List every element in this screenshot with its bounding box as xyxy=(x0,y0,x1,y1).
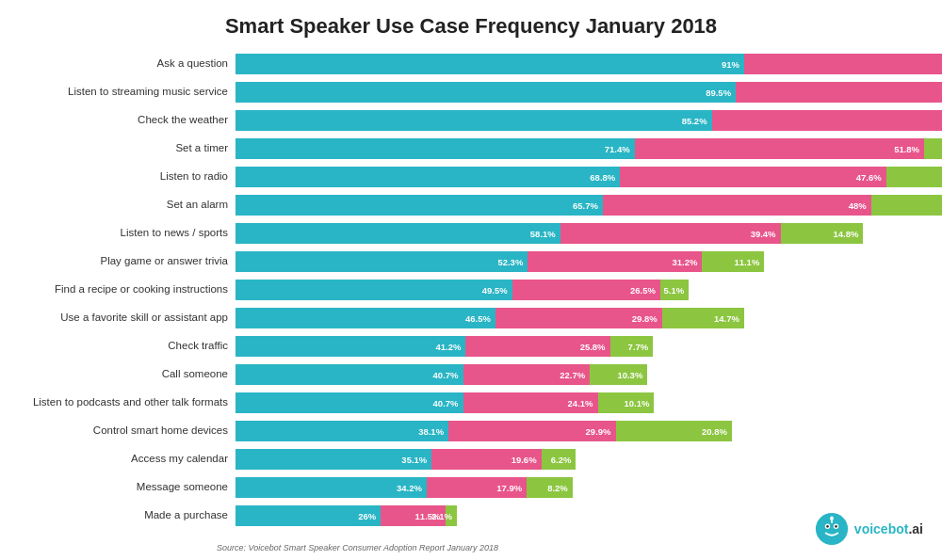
bar-green-10: 7.7% xyxy=(610,336,654,357)
bar-green-14: 6.2% xyxy=(542,449,577,470)
bar-pink-12: 24.1% xyxy=(463,392,598,413)
bar-row-3: 71.4%51.8%24.1% xyxy=(236,138,942,159)
labels-column: Ask a questionListen to streaming music … xyxy=(19,50,236,530)
bar-row-12: 40.7%24.1%10.1% xyxy=(236,392,942,413)
bar-row-13: 38.1%29.9%20.8% xyxy=(236,421,942,441)
chart-title: Smart Speaker Use Case Frequency January… xyxy=(19,14,923,39)
bar-green-label-16: 2.1% xyxy=(430,511,454,521)
bar-cyan-2: 85.2% xyxy=(236,110,712,131)
row-label-8: Find a recipe or cooking instructions xyxy=(19,283,236,296)
bar-green-label-13: 20.8% xyxy=(700,426,729,437)
bar-green-16: 2.1% xyxy=(446,505,457,526)
row-label-9: Use a favorite skill or assistant app xyxy=(19,312,236,325)
bar-green-label-8: 5.1% xyxy=(662,285,687,296)
bar-pink-2: 69.1% xyxy=(712,110,942,131)
bar-row-11: 40.7%22.7%10.3% xyxy=(236,364,942,385)
bar-green-label-11: 10.3% xyxy=(615,370,644,380)
svg-point-4 xyxy=(835,525,837,528)
bar-green-3: 24.1% xyxy=(924,138,942,159)
bar-green-5: 25.3% xyxy=(871,195,942,216)
bar-green-9: 14.7% xyxy=(662,308,744,328)
bar-green-label-6: 14.8% xyxy=(831,229,860,239)
row-label-1: Listen to streaming music service xyxy=(19,86,236,99)
bar-cyan-15: 34.2% xyxy=(236,477,427,498)
bar-cyan-13: 38.1% xyxy=(236,421,448,441)
chart-container: Smart Speaker Use Case Frequency January… xyxy=(0,0,942,560)
bar-pink-3: 51.8% xyxy=(635,138,924,159)
bar-cyan-4: 68.8% xyxy=(236,167,620,187)
bar-cyan-label-7: 52.3% xyxy=(495,257,525,267)
bar-pink-13: 29.9% xyxy=(448,421,615,441)
bar-green-label-7: 11.1% xyxy=(732,257,761,267)
row-label-15: Message someone xyxy=(19,481,236,494)
bar-row-14: 35.1%19.6%6.2% xyxy=(236,449,942,470)
bar-cyan-5: 65.7% xyxy=(236,195,603,216)
bar-pink-label-15: 17.9% xyxy=(495,483,524,493)
bar-cyan-label-12: 40.7% xyxy=(431,398,461,408)
bar-pink-5: 48% xyxy=(603,195,871,216)
bar-pink-9: 29.8% xyxy=(495,308,662,328)
voicebot-icon xyxy=(815,512,849,546)
row-label-14: Access my calendar xyxy=(19,453,236,466)
bar-cyan-3: 71.4% xyxy=(236,138,635,159)
row-label-10: Check traffic xyxy=(19,340,236,353)
bar-pink-14: 19.6% xyxy=(431,449,541,470)
bar-cyan-10: 41.2% xyxy=(236,336,465,357)
bar-cyan-9: 46.5% xyxy=(236,308,495,328)
bar-row-6: 58.1%39.4%14.8% xyxy=(236,223,942,244)
bar-pink-label-9: 29.8% xyxy=(630,313,659,324)
bar-green-11: 10.3% xyxy=(590,364,647,385)
bars-column: 91%72.9%33.3%89.5%76.2%41.9%85.2%69.1%41… xyxy=(236,50,942,530)
bar-row-0: 91%72.9%33.3% xyxy=(236,54,942,74)
bar-pink-6: 39.4% xyxy=(560,223,781,244)
bar-cyan-label-3: 71.4% xyxy=(603,144,632,154)
bar-row-2: 85.2%69.1%41.4% xyxy=(236,110,942,131)
svg-point-3 xyxy=(826,525,829,528)
bar-pink-label-10: 25.8% xyxy=(578,342,608,352)
bar-pink-1: 76.2% xyxy=(736,82,942,103)
bar-pink-8: 26.5% xyxy=(512,280,660,300)
bar-cyan-label-8: 49.5% xyxy=(480,285,510,296)
bar-cyan-12: 40.7% xyxy=(236,392,463,413)
row-label-13: Control smart home devices xyxy=(19,424,236,438)
bar-row-4: 68.8%47.6%25.5% xyxy=(236,167,942,187)
bar-pink-label-3: 51.8% xyxy=(892,144,921,154)
bar-cyan-label-11: 40.7% xyxy=(431,370,461,380)
bar-cyan-label-13: 38.1% xyxy=(416,426,446,437)
bar-pink-label-11: 22.7% xyxy=(558,370,587,380)
bar-pink-label-6: 39.4% xyxy=(749,229,778,239)
bar-row-5: 65.7%48%25.3% xyxy=(236,195,942,216)
bar-green-15: 8.2% xyxy=(527,477,573,498)
bar-row-10: 41.2%25.8%7.7% xyxy=(236,336,942,357)
bar-pink-label-4: 47.6% xyxy=(854,172,884,183)
bar-cyan-0: 91% xyxy=(236,54,744,74)
row-label-4: Listen to radio xyxy=(19,170,236,184)
bar-green-6: 14.8% xyxy=(781,223,864,244)
row-label-12: Listen to podcasts and other talk format… xyxy=(19,396,236,409)
voicebot-logo: voicebot.ai xyxy=(815,512,923,546)
chart-area: Ask a questionListen to streaming music … xyxy=(19,50,923,530)
bar-green-12: 10.1% xyxy=(598,392,655,413)
bar-green-7: 11.1% xyxy=(702,251,764,272)
source-text: Source: Voicebot Smart Speaker Consumer … xyxy=(217,543,498,552)
bar-cyan-label-6: 58.1% xyxy=(528,229,558,239)
bar-cyan-8: 49.5% xyxy=(236,280,512,300)
bar-pink-label-12: 24.1% xyxy=(566,398,595,408)
row-label-0: Ask a question xyxy=(19,57,236,71)
bar-green-label-14: 6.2% xyxy=(549,455,574,465)
bar-pink-label-7: 31.2% xyxy=(671,257,700,267)
row-label-11: Call someone xyxy=(19,368,236,381)
bar-cyan-label-0: 91% xyxy=(720,59,741,70)
bar-cyan-label-1: 89.5% xyxy=(704,88,733,98)
bar-row-15: 34.2%17.9%8.2% xyxy=(236,477,942,498)
row-label-5: Set an alarm xyxy=(19,199,236,212)
svg-rect-5 xyxy=(830,517,834,521)
bar-cyan-14: 35.1% xyxy=(236,449,431,470)
bar-cyan-label-4: 68.8% xyxy=(588,172,617,183)
bar-row-1: 89.5%76.2%41.9% xyxy=(236,82,942,103)
bar-cyan-label-14: 35.1% xyxy=(399,455,429,465)
bar-pink-15: 17.9% xyxy=(427,477,527,498)
bar-pink-label-14: 19.6% xyxy=(510,455,539,465)
bar-cyan-16: 26% xyxy=(236,505,381,526)
bar-pink-4: 47.6% xyxy=(620,167,885,187)
